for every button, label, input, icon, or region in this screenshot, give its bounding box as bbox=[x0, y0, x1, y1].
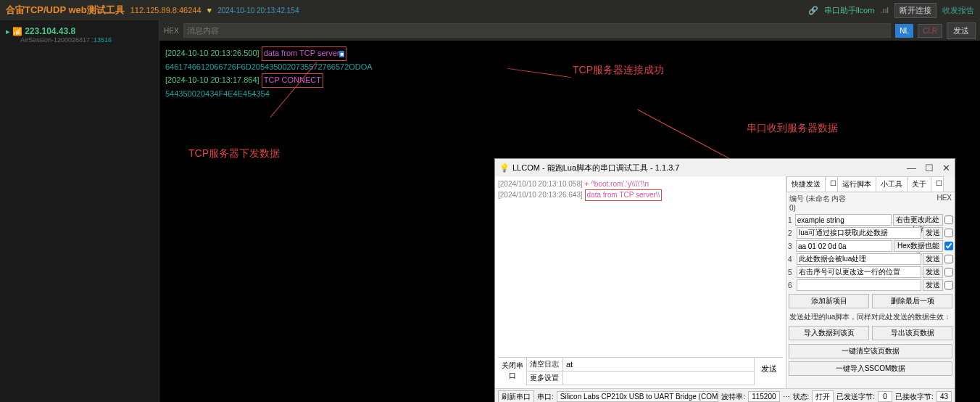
llcom-link[interactable]: 串口助手llcom bbox=[824, 5, 875, 16]
topbar: 合宙TCP/UDP web测试工具 112.125.89.8:46244 ♥ 2… bbox=[0, 0, 980, 20]
row-send-button[interactable]: Hex数据也能发 bbox=[894, 240, 943, 252]
minimize-icon[interactable]: — bbox=[907, 163, 916, 173]
row-send-button[interactable]: 右击更改此处文字 bbox=[893, 214, 943, 226]
llcom-send-input[interactable] bbox=[563, 358, 754, 371]
close-port-button[interactable]: 关闭串口 bbox=[498, 358, 527, 385]
state-value: 打开 bbox=[812, 390, 834, 403]
tab-quick-send[interactable]: 快捷发送 bbox=[786, 176, 826, 192]
llcom-log-line: [2024/10/10 20:13:10.058] + ^boot.rom'.'… bbox=[498, 179, 783, 189]
row-hex-check[interactable] bbox=[944, 255, 953, 263]
row-input[interactable] bbox=[795, 214, 892, 226]
nl-button[interactable]: NL bbox=[895, 24, 913, 38]
quick-send-row: 6 发送 bbox=[786, 279, 955, 292]
row-input[interactable] bbox=[796, 240, 892, 252]
import-button[interactable]: 导入数据到该页 bbox=[789, 326, 869, 340]
maximize-icon[interactable]: ☐ bbox=[925, 163, 934, 173]
row-num: 3 bbox=[788, 242, 794, 250]
recv-value: 43 bbox=[937, 391, 952, 402]
quick-send-row: 5 发送 bbox=[786, 266, 955, 279]
annotation-2: 串口收到服务器数据 bbox=[747, 122, 838, 135]
del-row-button[interactable]: 删除最后一项 bbox=[872, 294, 952, 308]
row-hex-check[interactable] bbox=[944, 242, 953, 250]
timestamp: 2024-10-10 20:13:42.154 bbox=[217, 7, 299, 15]
topbar-left: 合宙TCP/UDP web测试工具 112.125.89.8:46244 ♥ 2… bbox=[6, 4, 299, 17]
llcom-body: [2024/10/10 20:13:10.058] + ^boot.rom'.'… bbox=[495, 176, 955, 388]
row-input[interactable] bbox=[797, 266, 921, 278]
disconnect-button[interactable]: 断开连接 bbox=[894, 3, 937, 18]
arrow-line bbox=[637, 110, 740, 165]
heart-icon: ♥ bbox=[207, 6, 212, 15]
message-input[interactable] bbox=[183, 23, 892, 38]
signal-icon: .ııl bbox=[880, 6, 889, 15]
export-button[interactable]: 导出该页数据 bbox=[872, 326, 952, 340]
link-icon: 🔗 bbox=[808, 6, 818, 15]
clr-button[interactable]: CLR bbox=[918, 24, 942, 38]
tab-extra-icon[interactable]: ☐ bbox=[825, 176, 838, 192]
import-sscom-button[interactable]: 一键导入SSCOM数据 bbox=[789, 361, 952, 376]
row-hex-check[interactable] bbox=[944, 281, 953, 290]
row-hex-check[interactable] bbox=[944, 229, 953, 237]
row-num: 6 bbox=[788, 282, 795, 290]
hex-label[interactable]: HEX bbox=[164, 27, 179, 35]
llcom-tabs: 快捷发送 ☐ 运行脚本 小工具 关于 ☐ bbox=[786, 176, 955, 192]
row-num: 5 bbox=[788, 268, 795, 276]
tab-tools[interactable]: 小工具 bbox=[876, 176, 908, 192]
app-title: 合宙TCP/UDP web测试工具 bbox=[6, 4, 125, 17]
baud-label: 波特率: bbox=[721, 392, 745, 402]
row-input[interactable] bbox=[797, 253, 921, 265]
console: [2024-10-10 20:13:26.500] data from TCP … bbox=[159, 41, 980, 106]
main: ▸ 📶 223.104.43.8 AirSession-1200026817 :… bbox=[0, 20, 980, 402]
quick-send-row: 2 发送 bbox=[786, 226, 955, 239]
row-send-button[interactable]: 发送 bbox=[923, 279, 943, 291]
row-num: 4 bbox=[788, 255, 795, 263]
llcom-log-line: [2024/10/10 20:13:26.643] data from TCP … bbox=[498, 189, 783, 201]
dots-icon[interactable]: ⋯ bbox=[783, 393, 790, 401]
lua-note: 发送处理的lua脚本，同样对此处发送的数据生效： bbox=[786, 311, 955, 324]
annotation-3: TCP服务器下发数据 bbox=[188, 147, 280, 160]
server-ip: 112.125.89.8:46244 bbox=[130, 6, 202, 15]
quick-send-row: 4 发送 bbox=[786, 253, 955, 266]
close-icon[interactable]: ✕ bbox=[942, 163, 950, 173]
llcom-send-button[interactable]: 发送 bbox=[754, 358, 783, 385]
port-select[interactable]: Silicon Labs CP210x USB to UART Bridge (… bbox=[557, 391, 719, 402]
tab-about[interactable]: 关于 bbox=[907, 176, 931, 192]
log-line-3: [2024-10-10 20:13:17.864] TCP CONNECT bbox=[165, 73, 974, 88]
log-line-1: [2024-10-10 20:13:26.500] data from TCP … bbox=[165, 46, 974, 61]
llcom-log: [2024/10/10 20:13:10.058] + ^boot.rom'.'… bbox=[495, 176, 786, 388]
baud-select[interactable]: 115200 bbox=[748, 391, 779, 402]
clear-page-button[interactable]: 一键清空该页数据 bbox=[789, 344, 952, 358]
clear-log-button[interactable]: 清空日志 bbox=[527, 358, 563, 371]
row-hex-check[interactable] bbox=[944, 216, 953, 224]
add-row-button[interactable]: 添加新项目 bbox=[789, 294, 869, 308]
llcom-statusbar: 刷新串口 串口: Silicon Labs CP210x USB to UART… bbox=[495, 388, 955, 402]
content: HEX NL CLR 发送 [2024-10-10 20:13:26.500] … bbox=[159, 20, 980, 402]
row-send-button[interactable]: 发送 bbox=[923, 253, 943, 265]
sent-label: 已发送字节: bbox=[836, 392, 875, 402]
row-send-button[interactable]: 发送 bbox=[923, 227, 943, 239]
row-hex-check[interactable] bbox=[944, 268, 953, 276]
quick-send-row: 1 右击更改此处文字 bbox=[786, 213, 955, 226]
llcom-right-panel: 快捷发送 ☐ 运行脚本 小工具 关于 ☐ 编号 (未命名0) 内容 HEX 1 … bbox=[786, 176, 955, 388]
row-input[interactable] bbox=[797, 279, 921, 291]
log-line-2: 6461746612066726F6D205435002073557276657… bbox=[165, 61, 974, 74]
connection-item[interactable]: ▸ 📶 223.104.43.8 AirSession-1200026817 :… bbox=[3, 23, 156, 46]
send-button[interactable]: 发送 bbox=[947, 22, 976, 39]
arrow-icon: ▸ bbox=[6, 27, 10, 36]
llcom-titlebar[interactable]: 💡 LLCOM - 能跑Lua脚本的串口调试工具 - 1.1.3.7 — ☐ ✕ bbox=[495, 159, 955, 176]
log-line-4: 544350020434F4E4E454354 bbox=[165, 88, 974, 101]
row-send-button[interactable]: 发送 bbox=[923, 266, 943, 278]
report-link[interactable]: 收发报告 bbox=[942, 5, 974, 16]
client-ip: 223.104.43.8 bbox=[25, 26, 75, 36]
tab-run-script[interactable]: 运行脚本 bbox=[837, 176, 876, 192]
row-input[interactable] bbox=[797, 227, 921, 239]
refresh-port-button[interactable]: 刷新串口 bbox=[498, 390, 534, 403]
llcom-window: 💡 LLCOM - 能跑Lua脚本的串口调试工具 - 1.1.3.7 — ☐ ✕… bbox=[494, 158, 955, 402]
recv-label: 已接收字节: bbox=[895, 392, 934, 402]
message-bar: HEX NL CLR 发送 bbox=[159, 20, 980, 41]
session-line: AirSession-1200026817 :13516 bbox=[20, 36, 153, 44]
tab-extra-icon[interactable]: ☐ bbox=[931, 176, 944, 192]
more-settings-button[interactable]: 更多设置 bbox=[527, 372, 563, 385]
quick-send-row: 3 Hex数据也能发 bbox=[786, 239, 955, 253]
llcom-bottom: 关闭串口 清空日志 更多设置 发送 bbox=[498, 357, 783, 385]
port-label: 串口: bbox=[537, 392, 554, 402]
